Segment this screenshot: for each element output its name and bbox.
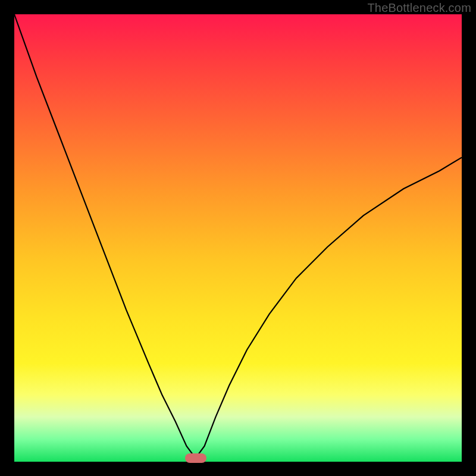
chart-frame: TheBottleneck.com	[0, 0, 476, 476]
watermark-text: TheBottleneck.com	[367, 1, 471, 15]
curve-path	[14, 14, 462, 458]
plot-area	[14, 14, 462, 462]
bottleneck-curve	[14, 14, 462, 462]
optimal-point-marker	[185, 453, 206, 463]
